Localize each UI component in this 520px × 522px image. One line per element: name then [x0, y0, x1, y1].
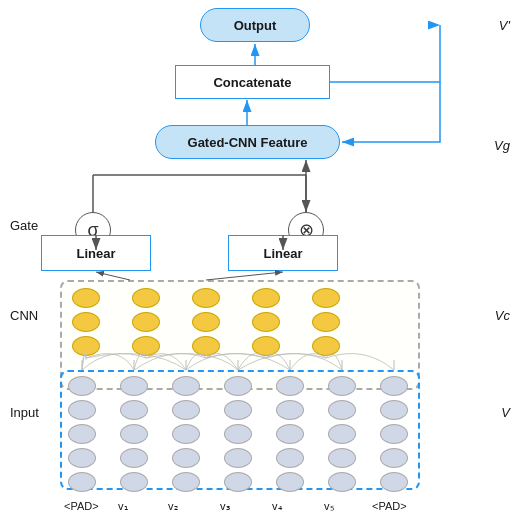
neuron: [312, 336, 340, 356]
neuron: [192, 312, 220, 332]
concatenate-label: Concatenate: [213, 75, 291, 90]
neuron: [192, 336, 220, 356]
neuron: [252, 288, 280, 308]
neuron: [192, 288, 220, 308]
neuron: [224, 400, 252, 420]
neuron: [252, 312, 280, 332]
token-v1: v₁: [118, 500, 128, 513]
neuron: [224, 472, 252, 492]
linear1-label: Linear: [76, 246, 115, 261]
neuron: [172, 400, 200, 420]
token-v3: v₃: [220, 500, 230, 513]
neuron: [120, 400, 148, 420]
input-col-5: [276, 376, 304, 492]
token-v4: v₄: [272, 500, 282, 513]
linear2-box: Linear: [228, 235, 338, 271]
input-col-3: [172, 376, 200, 492]
neuron: [328, 400, 356, 420]
input-col-1: [68, 376, 96, 492]
neuron: [328, 424, 356, 444]
cnn-col-1: [72, 288, 100, 356]
neuron: [68, 424, 96, 444]
neuron: [120, 376, 148, 396]
neuron: [328, 472, 356, 492]
neuron: [252, 336, 280, 356]
cnn-label: CNN: [10, 308, 38, 323]
gated-cnn-label: Gated-CNN Feature: [188, 135, 308, 150]
concatenate-box: Concatenate: [175, 65, 330, 99]
neuron: [68, 472, 96, 492]
token-pad1: <PAD>: [64, 500, 99, 512]
neuron: [68, 376, 96, 396]
neuron: [132, 312, 160, 332]
input-col-6: [328, 376, 356, 492]
input-col-7: [380, 376, 408, 492]
neuron: [380, 448, 408, 468]
vp-label: V': [499, 18, 510, 33]
neuron: [120, 472, 148, 492]
neuron: [224, 376, 252, 396]
neuron: [276, 424, 304, 444]
output-box: Output: [200, 8, 310, 42]
token-pad2: <PAD>: [372, 500, 407, 512]
neuron: [68, 448, 96, 468]
neuron: [276, 400, 304, 420]
output-label: Output: [234, 18, 277, 33]
gate-label: Gate: [10, 218, 38, 233]
cnn-col-5: [312, 288, 340, 356]
neuron: [328, 448, 356, 468]
neuron: [312, 312, 340, 332]
linear1-box: Linear: [41, 235, 151, 271]
svg-line-13: [96, 272, 130, 280]
neuron: [72, 336, 100, 356]
neuron: [132, 288, 160, 308]
diagram: Output V' Concatenate Gated-CNN Feature …: [0, 0, 520, 522]
gated-cnn-box: Gated-CNN Feature: [155, 125, 340, 159]
neuron: [276, 472, 304, 492]
neuron: [172, 376, 200, 396]
linear2-label: Linear: [263, 246, 302, 261]
svg-line-12: [206, 272, 283, 280]
neuron: [68, 400, 96, 420]
neuron: [276, 376, 304, 396]
token-v5: v₅: [324, 500, 334, 513]
neuron: [380, 376, 408, 396]
cnn-col-4: [252, 288, 280, 356]
token-v2: v₂: [168, 500, 178, 513]
neuron: [328, 376, 356, 396]
neuron: [120, 448, 148, 468]
neuron: [172, 448, 200, 468]
input-col-2: [120, 376, 148, 492]
v-label: V: [501, 405, 510, 420]
neuron: [224, 448, 252, 468]
neuron: [132, 336, 160, 356]
neuron: [172, 472, 200, 492]
neuron: [224, 424, 252, 444]
neuron: [380, 400, 408, 420]
cnn-col-3: [192, 288, 220, 356]
cnn-col-2: [132, 288, 160, 356]
vg-label: Vg: [494, 138, 510, 153]
neuron: [72, 288, 100, 308]
neuron: [72, 312, 100, 332]
input-col-4: [224, 376, 252, 492]
neuron: [120, 424, 148, 444]
input-label: Input: [10, 405, 39, 420]
neuron: [380, 472, 408, 492]
neuron: [312, 288, 340, 308]
neuron: [380, 424, 408, 444]
neuron: [172, 424, 200, 444]
neuron: [276, 448, 304, 468]
vc-label: Vc: [495, 308, 510, 323]
